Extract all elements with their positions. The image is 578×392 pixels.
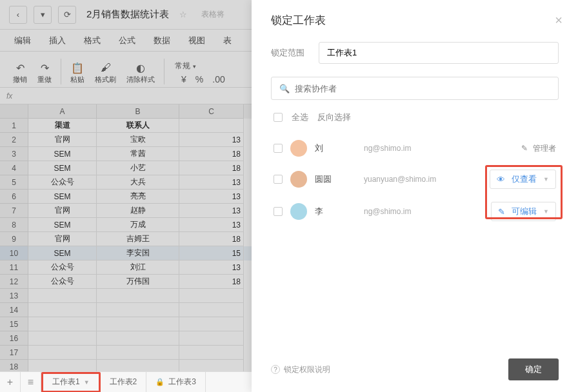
perm-select[interactable]: 👁仅查看▼	[490, 170, 556, 189]
user-email: ng@shimo.im	[364, 144, 513, 153]
help-link[interactable]: ?锁定权限说明	[271, 364, 330, 375]
avatar	[290, 203, 307, 220]
select-all-checkbox[interactable]	[274, 113, 283, 122]
range-label: 锁定范围	[271, 47, 319, 59]
avatar	[290, 140, 307, 157]
tab-sheet2[interactable]: 工作表2	[101, 372, 147, 393]
user-name: 圆圆	[315, 173, 356, 185]
perm-select[interactable]: ✎可编辑▼	[491, 202, 556, 221]
user-email: ng@shimo.im	[364, 207, 483, 216]
search-input[interactable]	[295, 84, 550, 93]
confirm-button[interactable]: 确定	[508, 358, 559, 380]
pencil-icon: ✎	[498, 207, 505, 217]
select-all-label[interactable]: 全选	[292, 112, 308, 123]
close-icon[interactable]: ×	[555, 13, 563, 28]
sheet-list-button[interactable]: ≡	[21, 372, 41, 393]
search-icon: 🔍	[279, 84, 290, 93]
avatar	[290, 171, 307, 188]
range-input[interactable]	[319, 42, 559, 64]
invert-select-label[interactable]: 反向选择	[317, 112, 351, 123]
lock-sheet-dialog: 锁定工作表 × 锁定范围 🔍 全选 反向选择 刘ng@shimo.im✎管理者圆…	[252, 0, 578, 392]
perm-admin: ✎管理者	[521, 143, 556, 154]
lock-icon: 🔒	[155, 378, 164, 386]
user-name: 李	[315, 206, 356, 217]
eye-icon: 👁	[497, 175, 505, 184]
user-checkbox[interactable]	[274, 175, 283, 184]
tab-sheet1[interactable]: 工作表1▼	[41, 372, 101, 393]
user-email: yuanyuan@shimo.im	[364, 175, 482, 184]
tab-sheet3[interactable]: 🔒工作表3	[146, 372, 206, 393]
user-name: 刘	[315, 142, 356, 154]
dialog-title: 锁定工作表	[271, 13, 559, 28]
user-checkbox[interactable]	[274, 207, 283, 216]
add-sheet-button[interactable]: +	[0, 372, 21, 393]
user-checkbox[interactable]	[274, 144, 283, 153]
pencil-icon: ✎	[521, 144, 528, 153]
